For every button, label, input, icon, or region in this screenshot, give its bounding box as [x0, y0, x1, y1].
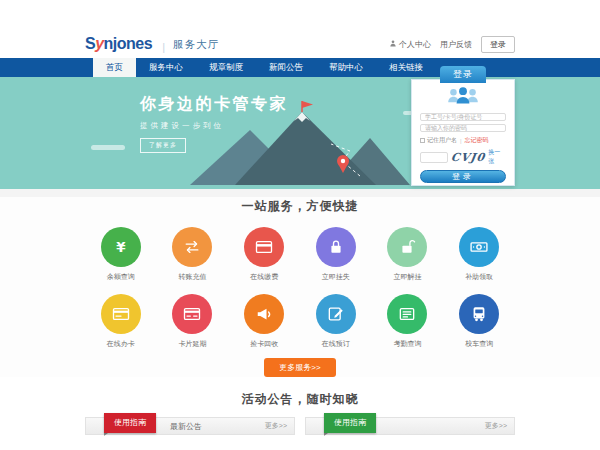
service-label: 在线预订	[322, 339, 350, 349]
service-label: 余额查询	[107, 272, 135, 282]
site-tagline: 服务大厅	[173, 38, 219, 53]
nav-item-0[interactable]: 首页	[93, 58, 136, 77]
logo-text-suffix: njones	[104, 35, 153, 52]
service-item[interactable]: 转账充值	[157, 227, 229, 282]
yuan-icon: ¥	[101, 227, 141, 267]
panel-content-left	[85, 435, 295, 450]
services-title: 一站服务，方便快捷	[0, 197, 600, 215]
login-tab[interactable]: 登录	[440, 66, 486, 83]
remember-label: 记住用户名	[427, 136, 457, 145]
panel-tab-bar: 使用指南 最新公告 更多>>	[85, 417, 295, 435]
megaphone-icon	[244, 294, 284, 334]
hero-banner: 你身边的卡管专家 提供建设一步到位 了解更多	[0, 77, 600, 189]
service-item[interactable]: 在线办卡	[85, 294, 157, 349]
lock-icon	[316, 227, 356, 267]
tab-usage-guide[interactable]: 使用指南	[104, 413, 156, 433]
guide-panel-right: 使用指南 更多>>	[305, 417, 515, 450]
service-item[interactable]: 校车查询	[443, 294, 515, 349]
logo-accent: y	[95, 35, 103, 52]
section-divider	[0, 189, 600, 197]
captcha-refresh-link[interactable]: 换一张	[488, 148, 506, 166]
attendance-icon	[387, 294, 427, 334]
nav-item-4[interactable]: 帮助中心	[316, 58, 376, 77]
password-input[interactable]	[420, 124, 506, 132]
nav-item-2[interactable]: 规章制度	[196, 58, 256, 77]
service-label: 校车查询	[465, 339, 493, 349]
logo[interactable]: Synjones	[85, 35, 152, 53]
forgot-password-link[interactable]: 忘记密码	[465, 136, 489, 145]
service-label: 转账充值	[178, 272, 206, 282]
remember-checkbox[interactable]	[420, 138, 425, 143]
more-link-right[interactable]: 更多>>	[485, 421, 507, 431]
service-item[interactable]: 在线预订	[300, 294, 372, 349]
panel-tab-bar: 使用指南 更多>>	[305, 417, 515, 435]
logo-divider: |	[162, 41, 165, 53]
service-label: 考勤查询	[393, 339, 421, 349]
username-input[interactable]	[420, 113, 506, 121]
cloud-decoration	[91, 145, 125, 150]
login-panel: 登录 记住用户名 | 忘记密码	[411, 79, 515, 186]
service-item[interactable]: ¥ 余额查询	[85, 227, 157, 282]
unlock-icon	[387, 227, 427, 267]
service-item[interactable]: 立即解挂	[372, 227, 444, 282]
user-icon	[389, 39, 397, 50]
service-item[interactable]: 补助领取	[443, 227, 515, 282]
service-item[interactable]: 立即挂失	[300, 227, 372, 282]
announcements-section: 活动公告，随时知晓 使用指南 最新公告 更多>> 使用指南 更多>>	[0, 377, 600, 450]
captcha-input[interactable]	[420, 152, 448, 163]
more-services-button[interactable]: 更多服务>>	[264, 358, 335, 377]
mountains-illustration	[180, 100, 410, 189]
service-label: 在线缴费	[250, 272, 278, 282]
service-label: 补助领取	[465, 272, 493, 282]
captcha-image: CVJ0	[450, 151, 486, 164]
credit-card-icon	[244, 227, 284, 267]
top-header: Synjones | 服务大厅 个人中心 用户反馈 登录	[0, 0, 600, 58]
tab-usage-guide[interactable]: 使用指南	[324, 413, 376, 433]
more-link-left[interactable]: 更多>>	[265, 421, 287, 431]
user-feedback-link[interactable]: 用户反馈	[440, 39, 472, 50]
service-item[interactable]: 在线缴费	[228, 227, 300, 282]
header-login-button[interactable]: 登录	[481, 36, 515, 53]
guide-panel-left: 使用指南 最新公告 更多>>	[85, 417, 295, 450]
tab-latest-announcements[interactable]: 最新公告	[170, 421, 202, 432]
bus-icon	[459, 294, 499, 334]
service-label: 捡卡回收	[250, 339, 278, 349]
service-label: 立即挂失	[322, 272, 350, 282]
banknote-icon	[459, 227, 499, 267]
nav-item-1[interactable]: 服务中心	[136, 58, 196, 77]
nav-item-5[interactable]: 相关链接	[376, 58, 436, 77]
svg-text:¥: ¥	[116, 240, 126, 255]
logo-text: S	[85, 35, 95, 52]
user-center-link[interactable]: 个人中心	[389, 39, 431, 50]
transfer-arrows-icon	[172, 227, 212, 267]
service-label: 立即解挂	[393, 272, 421, 282]
services-section: 一站服务，方便快捷 ¥ 余额查询 转账充值 在线缴费 立即挂失 立即解挂 补助领…	[0, 197, 600, 377]
service-item[interactable]: 考勤查询	[372, 294, 444, 349]
service-label: 卡片延期	[178, 339, 206, 349]
service-label: 在线办卡	[107, 339, 135, 349]
card-renew-icon	[172, 294, 212, 334]
service-hall-page: Synjones | 服务大厅 个人中心 用户反馈 登录 首页服务中心规章制度新…	[0, 0, 600, 450]
edit-icon	[316, 294, 356, 334]
panel-content-right	[305, 435, 515, 450]
card-apply-icon	[101, 294, 141, 334]
main-nav: 首页服务中心规章制度新闻公告帮助中心相关链接	[0, 58, 600, 77]
login-submit-button[interactable]: 登录	[420, 170, 506, 183]
service-item[interactable]: 卡片延期	[157, 294, 229, 349]
users-group-icon	[420, 85, 506, 110]
announcements-title: 活动公告，随时知晓	[0, 390, 600, 408]
service-item[interactable]: 捡卡回收	[228, 294, 300, 349]
nav-item-3[interactable]: 新闻公告	[256, 58, 316, 77]
